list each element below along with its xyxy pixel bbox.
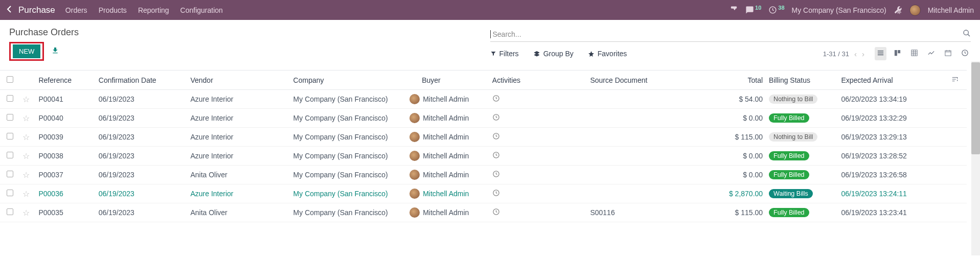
col-company[interactable]: Company — [290, 71, 407, 90]
favorites-label: Favorites — [598, 50, 627, 58]
table-row[interactable]: ☆ P00041 06/19/2023 Azure Interior My Co… — [0, 90, 967, 109]
buyer-avatar — [409, 207, 420, 218]
company-name[interactable]: My Company (San Francisco) — [792, 6, 886, 14]
cell-arrival: 06/19/2023 13:29:13 — [838, 128, 948, 147]
graph-view-icon[interactable] — [925, 47, 937, 60]
pager-text[interactable]: 1-31 / 31 — [823, 50, 849, 58]
clock-icon[interactable] — [492, 152, 500, 160]
pager-prev-icon[interactable]: ‹ — [854, 50, 857, 58]
cell-vendor: Azure Interior — [187, 147, 290, 166]
cell-vendor: Azure Interior — [187, 109, 290, 128]
col-buyer[interactable]: Buyer — [406, 71, 489, 90]
cell-buyer: Mitchell Admin — [423, 171, 469, 179]
col-activities[interactable]: Activities — [489, 71, 587, 90]
app-brand[interactable]: Purchase — [18, 5, 55, 15]
topbar-right: 10 38 My Company (San Francisco) Mitchel… — [730, 5, 974, 16]
clock-icon[interactable] — [492, 95, 500, 104]
star-icon[interactable]: ☆ — [22, 152, 30, 160]
clock-icon[interactable] — [492, 171, 500, 179]
clock-icon[interactable] — [492, 133, 500, 142]
export-icon[interactable] — [51, 46, 59, 57]
cell-date: 06/19/2023 — [96, 90, 188, 109]
cell-source — [587, 128, 707, 147]
col-billing[interactable]: Billing Status — [766, 71, 838, 90]
row-checkbox[interactable] — [7, 171, 13, 177]
calendar-view-icon[interactable] — [942, 47, 954, 60]
star-icon[interactable]: ☆ — [22, 95, 30, 104]
user-name[interactable]: Mitchell Admin — [928, 6, 974, 14]
row-checkbox[interactable] — [7, 133, 13, 139]
pivot-view-icon[interactable] — [908, 47, 920, 60]
cell-company: My Company (San Francisco) — [290, 166, 407, 184]
row-checkbox[interactable] — [7, 208, 13, 215]
clock-icon[interactable] — [492, 208, 500, 217]
page-title: Purchase Orders — [9, 27, 490, 38]
menu-reporting[interactable]: Reporting — [138, 6, 169, 14]
search-icon[interactable] — [963, 29, 971, 39]
cell-company: My Company (San Francisco) — [290, 128, 407, 147]
cell-arrival: 06/20/2023 13:34:19 — [838, 90, 948, 109]
table-row[interactable]: ☆ P00036 06/19/2023 Azure Interior My Co… — [0, 184, 967, 203]
star-icon[interactable]: ☆ — [22, 171, 30, 179]
debug-icon[interactable] — [894, 6, 902, 14]
star-icon[interactable]: ☆ — [22, 114, 30, 123]
star-icon[interactable]: ☆ — [22, 208, 30, 217]
new-button[interactable]: NEW — [13, 44, 40, 58]
col-vendor[interactable]: Vendor — [187, 71, 290, 90]
row-checkbox[interactable] — [7, 114, 13, 121]
search-input[interactable] — [492, 28, 963, 40]
cell-arrival: 06/19/2023 13:23:41 — [838, 203, 948, 222]
menu-products[interactable]: Products — [99, 6, 127, 14]
col-total[interactable]: Total — [707, 71, 766, 90]
scrollbar-thumb[interactable] — [971, 62, 980, 154]
user-avatar[interactable] — [909, 5, 921, 16]
activity-icon[interactable]: 38 — [768, 6, 784, 14]
table-row[interactable]: ☆ P00035 06/19/2023 Anita Oliver My Comp… — [0, 203, 967, 222]
pager: 1-31 / 31 ‹ › — [823, 50, 864, 58]
cell-date: 06/19/2023 — [96, 166, 188, 184]
billing-badge: Fully Billed — [769, 208, 809, 217]
cell-arrival: 06/19/2023 13:28:52 — [838, 147, 948, 166]
col-source[interactable]: Source Document — [587, 71, 707, 90]
col-arrival[interactable]: Expected Arrival — [838, 71, 948, 90]
col-confirmation[interactable]: Confirmation Date — [96, 71, 188, 90]
cell-source — [587, 166, 707, 184]
row-checkbox[interactable] — [7, 95, 13, 102]
kanban-view-icon[interactable] — [892, 47, 903, 60]
select-all-checkbox[interactable] — [7, 76, 13, 83]
star-icon[interactable]: ☆ — [22, 133, 30, 142]
table-row[interactable]: ☆ P00040 06/19/2023 Azure Interior My Co… — [0, 109, 967, 128]
buyer-avatar — [409, 113, 420, 123]
col-reference[interactable]: Reference — [35, 71, 95, 90]
groupby-button[interactable]: Group By — [533, 50, 574, 58]
table-row[interactable]: ☆ P00039 06/19/2023 Azure Interior My Co… — [0, 128, 967, 147]
list-view-icon[interactable] — [875, 47, 886, 60]
back-icon[interactable] — [6, 5, 12, 15]
cell-source — [587, 184, 707, 203]
topbar: Purchase Orders Products Reporting Confi… — [0, 0, 980, 20]
cell-total: $ 0.00 — [707, 109, 766, 128]
discuss-badge: 10 — [755, 5, 761, 11]
table-row[interactable]: ☆ P00038 06/19/2023 Azure Interior My Co… — [0, 147, 967, 166]
orders-table: Reference Confirmation Date Vendor Compa… — [0, 71, 967, 222]
row-checkbox[interactable] — [7, 152, 13, 158]
discuss-icon[interactable]: 10 — [745, 6, 761, 14]
cell-source — [587, 147, 707, 166]
favorites-button[interactable]: Favorites — [588, 50, 627, 58]
menu-configuration[interactable]: Configuration — [180, 6, 223, 14]
row-checkbox[interactable] — [7, 190, 13, 196]
table-row[interactable]: ☆ P00037 06/19/2023 Anita Oliver My Comp… — [0, 166, 967, 184]
cell-reference: P00035 — [35, 203, 95, 222]
activity-view-icon[interactable] — [959, 47, 971, 60]
scrollbar[interactable] — [971, 61, 980, 222]
menu-orders[interactable]: Orders — [65, 6, 87, 14]
cell-vendor: Azure Interior — [187, 128, 290, 147]
pager-next-icon[interactable]: › — [862, 50, 864, 58]
options-icon[interactable] — [951, 76, 959, 84]
cell-reference: P00041 — [35, 90, 95, 109]
phone-icon[interactable] — [730, 6, 738, 14]
clock-icon[interactable] — [492, 114, 500, 123]
filters-button[interactable]: Filters — [490, 50, 519, 58]
clock-icon[interactable] — [492, 190, 500, 198]
star-icon[interactable]: ☆ — [22, 190, 30, 198]
